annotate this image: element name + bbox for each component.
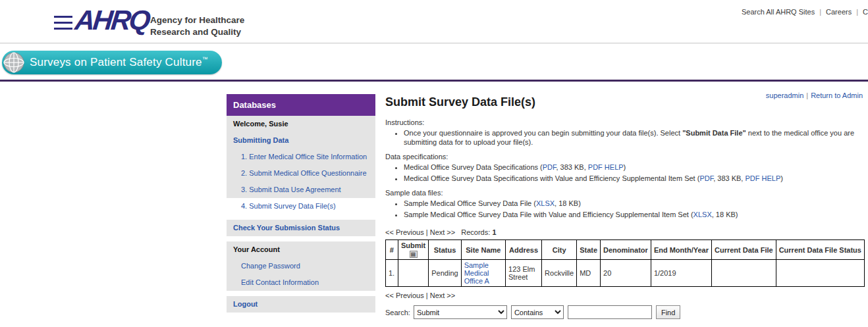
pdf-help-link[interactable]: PDF HELP [745, 174, 780, 182]
col-header-num: # [386, 240, 398, 260]
col-header-address: Address [506, 240, 542, 260]
col-header-end-month-year: End Month/Year [651, 240, 711, 260]
content-area: superadmin|Return to Admin Databases Wel… [0, 82, 868, 327]
search-input[interactable] [568, 305, 652, 319]
pagination-top: << Previous | Next >> Records: 1 [385, 228, 865, 236]
page-title: Submit Survey Data File(s) [385, 95, 865, 109]
tagline-line1: Agency for Healthcare [150, 14, 244, 26]
pdf-link[interactable]: PDF [543, 163, 556, 171]
search-field-select[interactable]: Submit [414, 305, 507, 319]
logo-tagline: Agency for Healthcare Research and Quali… [150, 14, 244, 38]
sidebar-item-logout[interactable]: Logout [227, 296, 375, 313]
sidebar-header-databases: Databases [227, 94, 375, 116]
next-link[interactable]: Next >> [430, 228, 456, 236]
sidebar: Databases Welcome, Susie Submitting Data… [227, 94, 375, 318]
previous-link[interactable]: << Previous [385, 228, 424, 236]
col-header-status: Status [429, 240, 461, 260]
logo-speed-lines-icon [54, 14, 72, 32]
instruction-text: Once your questionnaire is approved you … [404, 129, 682, 137]
globe-icon [3, 52, 24, 73]
sidebar-item-enter-site-info[interactable]: 1. Enter Medical Office Site Information [227, 149, 375, 165]
xlsx-link[interactable]: XLSX [536, 199, 555, 207]
spec-text: , 383 KB, [556, 163, 588, 171]
banner-title: Surveys on Patient Safety Culture™ [30, 56, 208, 69]
list-item: Medical Office Survey Data Specification… [404, 174, 865, 183]
data-specifications-label: Data specifications: [385, 153, 865, 161]
trademark-symbol: ™ [202, 56, 208, 63]
cell-current-data-file-status [776, 260, 864, 287]
list-item: Once your questionnaire is approved you … [404, 128, 865, 147]
sidebar-welcome-text: Welcome, Susie [227, 116, 375, 132]
cell-denominator: 20 [601, 260, 651, 287]
sops-banner: Surveys on Patient Safety Culture™ [2, 51, 222, 74]
tagline-line2: Research and Quality [150, 26, 244, 38]
sidebar-item-change-password[interactable]: Change Password [227, 258, 375, 274]
list-item: Medical Office Survey Data Specification… [404, 163, 865, 172]
link-separator: | [852, 8, 863, 16]
sample-text: Sample Medical Office Survey Data File ( [404, 199, 536, 207]
sidebar-item-submit-questionnaire[interactable]: 2. Submit Medical Office Questionnaire [227, 165, 375, 182]
sops-banner-strip: Surveys on Patient Safety Culture™ [0, 44, 868, 80]
sidebar-item-submit-data-use-agreement[interactable]: 3. Submit Data Use Agreement [227, 182, 375, 198]
pagination-bottom: << Previous | Next >> [385, 291, 865, 299]
previous-link[interactable]: << Previous [385, 291, 424, 299]
col-header-submit: Submit▤ [398, 240, 428, 260]
sample-text: , 18 KB) [555, 199, 581, 207]
pager-separator: | [426, 291, 428, 299]
logo-text: AHRQ [74, 7, 150, 34]
header-utility-links: Search All AHRQ Sites|Careers|C [742, 8, 868, 16]
sidebar-item-submit-survey-data-files[interactable]: 4. Submit Survey Data File(s) [227, 198, 375, 214]
pager-separator: | [426, 228, 428, 236]
careers-link[interactable]: Careers [826, 8, 852, 16]
cell-status: Pending [429, 260, 461, 287]
search-bar: Search: Submit Contains Find [385, 305, 865, 319]
data-specifications-list: Medical Office Survey Data Specification… [404, 163, 865, 183]
next-link[interactable]: Next >> [430, 291, 456, 299]
cell-end-month-year: 1/2019 [651, 260, 711, 287]
submit-column-icon[interactable]: ▤ [410, 251, 418, 258]
table-header-row: # Submit▤ Status Site Name Address City … [386, 240, 865, 260]
pdf-help-link[interactable]: PDF HELP [588, 163, 624, 171]
cell-num: 1. [386, 260, 398, 287]
spec-text: Medical Office Survey Data Specification… [404, 163, 543, 171]
search-label: Search: [385, 309, 410, 316]
sample-data-files-label: Sample data files: [385, 189, 865, 197]
list-item: Sample Medical Office Survey Data File (… [404, 199, 865, 208]
instruction-bold-text: "Submit Data File" [682, 129, 746, 137]
instructions-label: Instructions: [385, 118, 865, 126]
col-header-city: City [542, 240, 577, 260]
site-name-link[interactable]: Sample Medical Office A [464, 261, 489, 285]
link-separator: | [815, 8, 826, 16]
search-operator-select[interactable]: Contains [511, 305, 564, 319]
sidebar-block-logout: Logout [227, 296, 375, 313]
sidebar-item-check-submission-status[interactable]: Check Your Submission Status [227, 220, 375, 236]
spec-text: ) [624, 163, 626, 171]
search-all-ahrq-link[interactable]: Search All AHRQ Sites [742, 8, 815, 16]
sample-text: , 18 KB) [712, 211, 738, 218]
sidebar-your-account-label: Your Account [227, 241, 375, 258]
ahrq-logo[interactable]: AHRQ [54, 7, 149, 34]
find-button[interactable]: Find [656, 305, 680, 319]
pdf-link[interactable]: PDF [699, 174, 713, 182]
survey-data-table: # Submit▤ Status Site Name Address City … [385, 239, 865, 287]
sidebar-block-submitting: Welcome, Susie Submitting Data 1. Enter … [227, 116, 375, 214]
instructions-list: Once your questionnaire is approved you … [404, 128, 865, 147]
sidebar-block-account: Your Account Change Password Edit Contac… [227, 241, 375, 291]
cell-current-data-file [712, 260, 776, 287]
records-label: Records: [461, 228, 490, 236]
col-header-current-data-file-status: Current Data File Status [776, 240, 864, 260]
cell-site-name: Sample Medical Office A [461, 260, 505, 287]
sidebar-item-edit-contact-information[interactable]: Edit Contact Information [227, 274, 375, 291]
records-count: 1 [492, 228, 496, 236]
main-panel: Submit Survey Data File(s) Instructions:… [385, 95, 865, 319]
sidebar-item-submitting-data[interactable]: Submitting Data [227, 132, 375, 149]
spec-text: ) [780, 174, 783, 182]
truncated-link[interactable]: C [863, 8, 868, 16]
sample-files-list: Sample Medical Office Survey Data File (… [404, 199, 865, 219]
col-header-state: State [577, 240, 601, 260]
cell-state: MD [577, 260, 601, 287]
cell-submit [398, 260, 428, 287]
col-header-current-data-file: Current Data File [712, 240, 776, 260]
spec-text: Medical Office Survey Data Specification… [404, 174, 699, 182]
xlsx-link[interactable]: XLSX [693, 211, 712, 218]
